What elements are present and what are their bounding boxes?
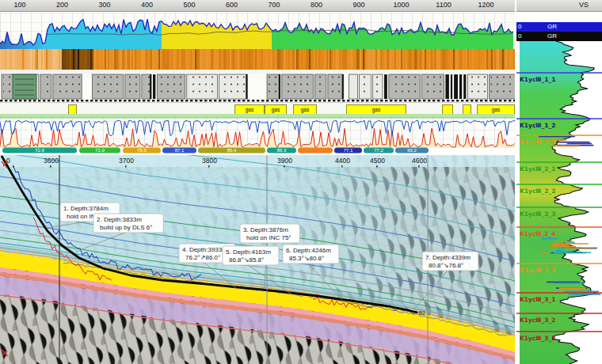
md-tick-label: 3800 (202, 157, 217, 165)
annotation-depth-text: 1. Depth:3784m (63, 205, 109, 212)
formation-label: K1ycⅢ_3_3 (520, 335, 555, 342)
formation-label: K1ycⅢ_2_3 (520, 210, 555, 218)
image-log-plot (0, 49, 515, 70)
md-tick-label: 0 (6, 157, 10, 165)
md-tick-label: 4600 (412, 157, 427, 165)
formation-label: K1ycⅢ_1_2 (520, 122, 555, 129)
ruler-tick-label: 900 (352, 1, 364, 9)
cross-section-plot: B2036003700380039004400450046001. Depth:… (0, 155, 515, 364)
ruler-tick-label: 1200 (478, 1, 493, 9)
vs-ruler: VS 1002003004005006007008009001000110012… (0, 0, 602, 12)
segment-value: 75.5 (137, 148, 147, 153)
segment-value: 77.2 (374, 148, 383, 153)
annotation-depth-text: 4. Depth:3933m (182, 246, 227, 253)
annotation-depth-text: 7. Depth:4339m (425, 254, 471, 261)
md-tick-label: 4400 (335, 157, 350, 165)
ruler-tick-label: 1000 (393, 1, 409, 9)
gr-correlation-panel[interactable]: K1ycⅢ_1_1K1ycⅢ_1_2K1ycⅢ_1_3K1ycⅢ_2_1K1yc… (516, 41, 602, 364)
annotation-note-text: 86.8°↘85.8° (229, 256, 264, 264)
segment-value: 87.1 (175, 148, 185, 153)
segment-value: 85.4 (227, 148, 237, 153)
target-point-label: B2 (419, 310, 425, 316)
md-tick-label: 3700 (119, 157, 134, 165)
ruler-tick-label: 100 (13, 1, 25, 9)
gr-curve-plot (0, 13, 515, 49)
ruler-tick-label: 800 (311, 1, 322, 9)
inclination-segment: 87.1 (162, 148, 196, 154)
md-tick-label: 3600 (44, 157, 59, 165)
inclination-segment: 77.1 (334, 148, 362, 154)
geosteering-app-window: VS 1002003004005006007008009001000110012… (0, 0, 602, 364)
inclination-segment: 71.0 (79, 148, 120, 154)
formation-label: K1ycⅢ_3_2 (520, 317, 555, 324)
inclination-segment: 85.4 (198, 148, 265, 154)
annotation-note-text: hold on INC 75° (246, 234, 291, 241)
ruler-tick-label: 400 (141, 1, 153, 9)
inclination-segment: 72.8 (2, 148, 77, 154)
formation-label: K1ycⅢ_2_4 (520, 230, 555, 237)
resistivity-curve-track[interactable] (0, 114, 515, 148)
gr-track-title: GR (516, 23, 588, 30)
lithology-plot (0, 74, 515, 102)
annotation-depth-text: 2. Depth:3833m (97, 216, 142, 223)
gr-correlation-plot: K1ycⅢ_1_1K1ycⅢ_1_2K1ycⅢ_1_3K1ycⅢ_2_1K1yc… (516, 41, 602, 364)
formation-label: K1ycⅢ_2_2 (520, 188, 555, 195)
inclination-segment: 86.3 (267, 148, 296, 154)
lithology-track[interactable] (0, 74, 515, 102)
ruler-tick-label: 200 (56, 1, 68, 9)
annotation-note-text: build up by DLS 6° (100, 224, 152, 231)
right-panel-divider (515, 0, 516, 364)
segment-value: 71.0 (95, 148, 105, 153)
annotation-note-text: 85.3°↘80.8° (289, 255, 324, 262)
segment-value: 86.3 (277, 148, 287, 153)
formation-label: K1ycⅢ_1_3 (520, 138, 555, 146)
inclination-segment (298, 148, 333, 154)
cross-section-view[interactable]: B2036003700380039004400450046001. Depth:… (0, 155, 515, 364)
gr-track-header-1: 0 GR (516, 22, 602, 32)
inclination-segment: 75.5 (123, 148, 161, 154)
segment-value: 72.8 (35, 148, 44, 153)
inclination-segment: 69.2 (395, 148, 429, 154)
ruler-tick-label: 1100 (436, 1, 451, 9)
formation-label: K1ycⅢ_2_1 (520, 165, 555, 173)
ruler-tick-label: 600 (226, 1, 238, 9)
md-tick-label: 3900 (277, 157, 292, 165)
inclination-segment: 77.2 (364, 148, 394, 154)
annotation-depth-text: 3. Depth:3876m (243, 226, 288, 233)
gr-curve-track[interactable] (0, 13, 515, 50)
formation-label: K1ycⅢ_3_1 (520, 296, 555, 303)
image-log-track[interactable] (0, 49, 515, 70)
formation-label: K1ycⅢ_1_1 (520, 76, 555, 83)
gr-track-header-2: 0 GR (516, 32, 602, 41)
annotation-note-text: 80.8°↘76.8° (429, 262, 463, 269)
ruler-tick-label: 300 (98, 1, 110, 9)
annotation-depth-text: 6. Depth:4246m (286, 247, 331, 254)
md-tick-label: 4500 (370, 157, 385, 165)
segment-value: 77.1 (344, 148, 353, 153)
vs-unit-label: VS (579, 1, 589, 9)
inclination-segments: 72.871.075.587.185.486.377.177.269.2 (0, 147, 515, 154)
annotation-note-text: 76.2°↗86.0° (185, 254, 220, 261)
ruler-tick-label: 700 (268, 1, 280, 9)
segment-value: 69.2 (407, 148, 417, 153)
ruler-tick-label: 500 (183, 1, 195, 9)
gr-track-title: GR (516, 32, 588, 40)
curves-plot (0, 114, 515, 148)
inclination-segment-bar[interactable]: 72.871.075.587.185.486.377.177.269.2 (0, 147, 515, 154)
formation-label: K1ycⅢ_2_5 (520, 267, 555, 274)
annotation-depth-text: 5. Depth:4163m (226, 248, 271, 256)
